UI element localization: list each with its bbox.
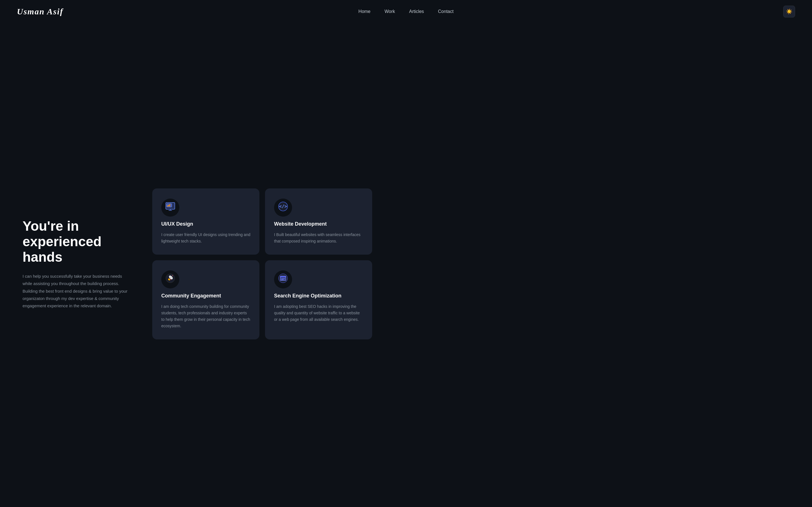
uiux-icon	[165, 202, 175, 214]
uiux-description: I create user friendly UI designs using …	[161, 231, 250, 244]
nav-item-contact[interactable]: Contact	[438, 9, 454, 14]
service-card-webdev: </> Website Development I Built beautifu…	[265, 188, 372, 255]
svg-rect-5	[168, 205, 169, 207]
nav-link-articles[interactable]: Articles	[409, 9, 424, 14]
service-card-seo: Search Engine Optimization I am adopting…	[265, 260, 372, 339]
svg-rect-24	[281, 279, 284, 280]
code-icon: </>	[278, 202, 288, 214]
seo-icon	[278, 273, 288, 285]
svg-rect-4	[167, 205, 168, 207]
svg-text:</>: </>	[279, 204, 287, 209]
nav-item-work[interactable]: Work	[385, 9, 395, 14]
rocket-icon	[165, 273, 175, 285]
seo-icon-wrapper	[274, 270, 292, 288]
seo-title: Search Engine Optimization	[274, 293, 363, 299]
hero-title: You're in experienced hands	[22, 218, 141, 265]
service-card-community: Community Engagement I am doing tech com…	[152, 260, 259, 339]
hero-section: You're in experienced hands I can help y…	[22, 218, 141, 310]
webdev-icon-wrapper: </>	[274, 199, 292, 217]
uiux-icon-wrapper	[161, 199, 179, 217]
hero-description: I can help you successfully take your bu…	[22, 273, 130, 309]
nav-item-home[interactable]: Home	[358, 9, 370, 14]
seo-description: I am adopting best SEO hacks in improvin…	[274, 303, 363, 323]
theme-toggle-button[interactable]: ☀️	[783, 6, 795, 17]
community-icon-wrapper	[161, 270, 179, 288]
nav-item-articles[interactable]: Articles	[409, 9, 424, 14]
services-grid: UI/UX Design I create user friendly UI d…	[152, 188, 372, 340]
community-description: I am doing tech community building for c…	[161, 303, 250, 329]
nav-link-work[interactable]: Work	[385, 9, 395, 14]
webdev-description: I Built beautiful websites with seamless…	[274, 231, 363, 244]
svg-rect-22	[280, 276, 286, 277]
main-content: You're in experienced hands I can help y…	[0, 23, 812, 505]
logo: Usman Asif	[17, 7, 63, 16]
community-title: Community Engagement	[161, 293, 250, 299]
nav-link-contact[interactable]: Contact	[438, 9, 454, 14]
webdev-title: Website Development	[274, 221, 363, 227]
navbar: Usman Asif Home Work Articles Contact ☀️	[0, 0, 812, 23]
nav-link-home[interactable]: Home	[358, 9, 370, 14]
service-card-uiux: UI/UX Design I create user friendly UI d…	[152, 188, 259, 255]
svg-rect-23	[281, 279, 285, 279]
sun-icon: ☀️	[786, 8, 792, 15]
svg-rect-6	[169, 204, 170, 207]
nav-links: Home Work Articles Contact	[358, 9, 453, 14]
uiux-title: UI/UX Design	[161, 221, 250, 227]
